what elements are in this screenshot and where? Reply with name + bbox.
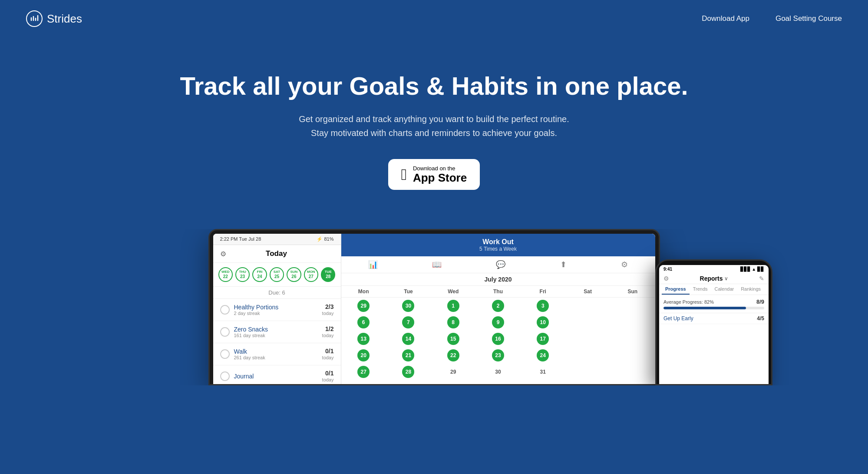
- logo[interactable]: Strides: [26, 10, 82, 27]
- cal-dot: 20: [357, 349, 370, 361]
- phone-gear-icon[interactable]: ⚙: [663, 275, 669, 282]
- cal-dot: 24: [537, 349, 549, 361]
- chart-icon[interactable]: 📊: [368, 260, 378, 269]
- due-label: Due: 6: [213, 287, 341, 299]
- cal-cell[interactable]: 29: [341, 298, 386, 314]
- app-store-button[interactable]:  Download on the App Store: [388, 159, 480, 190]
- cal-cell[interactable]: 17: [521, 331, 565, 347]
- cal-cell[interactable]: 2: [475, 298, 520, 314]
- habit-check[interactable]: [220, 327, 230, 337]
- goal-setting-link[interactable]: Goal Setting Course: [776, 14, 842, 23]
- cal-cell[interactable]: 1: [431, 298, 475, 314]
- habit-progress: 0/1 today: [322, 348, 334, 361]
- cal-cell[interactable]: 27: [341, 364, 386, 380]
- tab-rankings[interactable]: Rankings: [737, 284, 764, 295]
- habit-info: Journal: [234, 373, 318, 380]
- cal-cell: [610, 314, 655, 331]
- habit-item-healthy-portions[interactable]: Healthy Portions 2 day streak 2/3 today: [213, 299, 341, 321]
- cal-empty: [582, 333, 594, 345]
- habit-fraction: 0/1: [322, 370, 334, 377]
- day-tue-active[interactable]: TUE28: [321, 267, 335, 282]
- habit-streak: 161 day streak: [234, 333, 318, 338]
- chat-icon[interactable]: 💬: [496, 260, 505, 269]
- app-store-btn-text: Download on the App Store: [413, 165, 467, 184]
- phone-screen: 9:41 ▊▊▊ ▲ ▊▊ ⚙ Reports ∨ ✎ Progress Tre…: [659, 265, 769, 385]
- left-panel-header: ⚙ Today: [213, 245, 341, 263]
- download-app-link[interactable]: Download App: [702, 14, 749, 23]
- habit-check[interactable]: [220, 349, 230, 359]
- tab-calendar[interactable]: Calendar: [711, 284, 738, 295]
- cal-cell[interactable]: 31: [521, 364, 565, 380]
- avg-text: Average Progress: 82%: [663, 299, 714, 305]
- cal-cell: [610, 331, 655, 347]
- hero-subtitle-line2: Stay motivated with charts and reminders…: [311, 128, 557, 138]
- settings-icon[interactable]: ⚙: [621, 260, 628, 269]
- cal-dot: 22: [447, 349, 459, 361]
- cal-cell[interactable]: 28: [386, 364, 431, 380]
- workout-title: Work Out: [346, 238, 651, 246]
- habit-item-walk[interactable]: Walk 261 day streak 0/1 today: [213, 343, 341, 365]
- nav: Download App Goal Setting Course: [702, 14, 842, 23]
- hero-title: Track all your Goals & Habits in one pla…: [17, 72, 851, 100]
- tab-progress[interactable]: Progress: [662, 284, 690, 295]
- day-sun[interactable]: SUN26: [287, 267, 301, 282]
- cal-dot: 6: [357, 316, 370, 328]
- cal-cell[interactable]: 7: [386, 314, 431, 331]
- cal-cell[interactable]: 16: [475, 331, 520, 347]
- cal-cell[interactable]: 6: [341, 314, 386, 331]
- cal-cell[interactable]: 21: [386, 347, 431, 364]
- cal-header-wed: Wed: [431, 286, 475, 298]
- cal-cell[interactable]: 15: [431, 331, 475, 347]
- habit-progress: 1/2 today: [322, 325, 334, 338]
- cal-cell[interactable]: 22: [431, 347, 475, 364]
- hero-subtitle: Get organized and track anything you wan…: [17, 112, 851, 140]
- devices-area: 2:22 PM Tue Jul 28 ⚡ 81% ⚙ Today WED22 T…: [0, 229, 868, 385]
- cal-cell: [610, 364, 655, 380]
- cal-dot: 2: [492, 300, 504, 312]
- cal-dot: 29: [357, 300, 370, 312]
- reports-title: Reports: [700, 275, 723, 282]
- cal-cell[interactable]: 14: [386, 331, 431, 347]
- day-fri[interactable]: FRI24: [252, 267, 267, 282]
- habit-progress: 0/1 today: [322, 370, 334, 383]
- left-panel: 2:22 PM Tue Jul 28 ⚡ 81% ⚙ Today WED22 T…: [213, 234, 341, 385]
- habit-info: Walk 261 day streak: [234, 348, 318, 360]
- cal-cell[interactable]: 13: [341, 331, 386, 347]
- day-sat[interactable]: SAT25: [270, 267, 284, 282]
- cal-cell[interactable]: 8: [431, 314, 475, 331]
- share-icon[interactable]: ⬆: [560, 260, 567, 269]
- habit-check[interactable]: [220, 305, 230, 315]
- cal-cell[interactable]: 10: [521, 314, 565, 331]
- cal-cell[interactable]: 24: [521, 347, 565, 364]
- phone-time: 9:41: [663, 267, 672, 272]
- cal-dot: 14: [402, 333, 414, 345]
- habit-name: Walk: [234, 348, 318, 355]
- header: Strides Download App Goal Setting Course: [0, 0, 868, 37]
- book-icon[interactable]: 📖: [432, 260, 442, 269]
- cal-cell[interactable]: 3: [521, 298, 565, 314]
- phone-tabs: Progress Trends Calendar Rankings: [659, 284, 769, 295]
- cal-cell[interactable]: 9: [475, 314, 520, 331]
- phone-habit-score: 4/5: [757, 315, 764, 322]
- cal-dot: 28: [402, 366, 414, 378]
- settings-icon[interactable]: ⚙: [220, 250, 226, 258]
- avg-progress: Average Progress: 82% 8/9: [663, 298, 764, 305]
- day-mon[interactable]: MON27: [304, 267, 318, 282]
- cal-empty: 30: [492, 366, 504, 378]
- phone-edit-icon[interactable]: ✎: [759, 275, 764, 282]
- phone-habit-row[interactable]: Get Up Early 4/5: [659, 313, 769, 324]
- habit-check[interactable]: [220, 371, 230, 381]
- cal-cell[interactable]: 30: [386, 298, 431, 314]
- day-thu[interactable]: THU23: [235, 267, 250, 282]
- avg-score: 8/9: [756, 298, 764, 305]
- cal-cell[interactable]: 30: [475, 364, 520, 380]
- cal-dot: 13: [357, 333, 370, 345]
- cal-cell[interactable]: 23: [475, 347, 520, 364]
- day-wed[interactable]: WED22: [218, 267, 233, 282]
- cal-cell[interactable]: 20: [341, 347, 386, 364]
- workout-subtitle: 5 Times a Week: [346, 246, 651, 252]
- habit-item-journal[interactable]: Journal 0/1 today: [213, 365, 341, 385]
- habit-item-zero-snacks[interactable]: Zero Snacks 161 day streak 1/2 today: [213, 321, 341, 343]
- cal-cell[interactable]: 29: [431, 364, 475, 380]
- tab-trends[interactable]: Trends: [690, 284, 711, 295]
